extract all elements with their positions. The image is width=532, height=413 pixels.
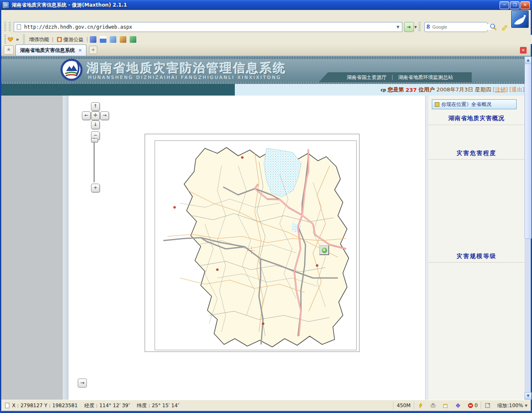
- zoom-slider[interactable]: [94, 138, 95, 182]
- map-marker-button[interactable]: +: [319, 245, 329, 255]
- google-logo-icon: 8: [426, 24, 430, 30]
- map-expand-arrow-button[interactable]: →: [78, 379, 87, 388]
- status-longitude: 经度：114° 12′ 39″: [81, 401, 133, 410]
- tabbar-close-icon[interactable]: ✕: [520, 47, 527, 54]
- page-scrollbar[interactable]: ▲ ▼: [525, 57, 531, 400]
- minimize-button[interactable]: ─: [500, 1, 509, 9]
- map-frame: +: [145, 134, 360, 352]
- breadcrumb: 你现在位置》全省概况: [432, 99, 517, 109]
- tab-star-icon[interactable]: ★: [4, 45, 14, 54]
- flash-filter-icon[interactable]: [414, 401, 427, 410]
- zoom-dropdown-icon[interactable]: ▼: [525, 404, 527, 408]
- highlight-button[interactable]: [499, 21, 511, 33]
- enhance-features-link[interactable]: 增强功能: [29, 36, 49, 43]
- green-plus-icon: +: [322, 248, 327, 253]
- menu-bar: [1, 10, 515, 19]
- close-button[interactable]: ✕: [520, 1, 530, 9]
- maxthon-charity-link[interactable]: 傲游公益: [57, 36, 84, 43]
- user-info-strip: cp 您是第 237 位用户 2008年7月3日 星期四 [注销] [退出]: [235, 84, 528, 96]
- cp-label: cp: [381, 88, 386, 92]
- status-bar: X：2798127 Y：19823581 经度：114° 12′ 39″ 纬度：…: [1, 400, 531, 411]
- overview-title: 湖南省地质灾害概况: [429, 115, 525, 125]
- go-dropdown-icon[interactable]: ▼: [414, 25, 417, 29]
- bookmarks-grip: [4, 34, 6, 44]
- tab-close-icon[interactable]: ✕: [78, 48, 82, 53]
- window-split-icon[interactable]: [100, 36, 106, 43]
- right-panel: 你现在位置》全省概况 湖南省地质灾害概况 灾害危害程度 灾害规模等级: [429, 96, 525, 400]
- table2-title: 灾害规模等级: [429, 253, 525, 263]
- maxthon-app-icon: 回: [2, 1, 10, 9]
- table1-title: 灾害危害程度: [429, 150, 525, 160]
- breadcrumb-text: 你现在位置》全省概况: [441, 101, 491, 108]
- search-input[interactable]: [431, 24, 492, 30]
- page-content: ↑ ← ✛ → ↓ − +: [1, 96, 525, 400]
- banner-links: 湖南省国土资源厅 | 湖南省地质环境监测总站: [328, 72, 472, 82]
- url-input[interactable]: [23, 24, 395, 30]
- browser-toolbar: ▼ ➔ ▼ 8 ▼: [1, 19, 511, 35]
- visitor-count: 237: [406, 87, 417, 93]
- page-icon: [16, 24, 22, 30]
- blocked-count: 0: [475, 403, 478, 408]
- notes-icon[interactable]: [110, 36, 116, 43]
- favorites-heart-icon[interactable]: [7, 37, 13, 42]
- window-title: 湖南省地质灾害信息系统 - 傲游(Maxthon) 2.1.1: [12, 2, 127, 9]
- site-title: 湖南省地质灾害防治管理信息系统: [87, 60, 286, 77]
- proxy-icon[interactable]: [427, 401, 439, 410]
- zoom-control[interactable]: 缩放:100% ▼: [494, 401, 531, 410]
- site-logo: [60, 59, 83, 81]
- messenger-icon[interactable]: [90, 36, 96, 43]
- maximize-button[interactable]: ❐: [510, 1, 520, 9]
- zoom-level: 缩放:100%: [497, 402, 523, 409]
- new-window-icon[interactable]: [439, 401, 452, 410]
- bookmarks-bar: » 增强功能 | 傲游公益 |: [1, 35, 532, 44]
- blocked-popup-counter[interactable]: 0: [464, 401, 481, 410]
- book-icon[interactable]: [452, 401, 464, 410]
- status-memory: 450M: [394, 401, 414, 410]
- pan-left-button[interactable]: ←: [82, 111, 91, 120]
- bookmarks-overflow-chevron[interactable]: »: [16, 37, 19, 42]
- location-icon: [435, 102, 439, 107]
- zoom-slider-thumb[interactable]: [91, 138, 98, 143]
- logout-link[interactable]: [注销]: [493, 86, 508, 93]
- go-button[interactable]: ➔: [404, 22, 414, 32]
- pan-center-button[interactable]: ✛: [91, 111, 100, 120]
- status-page-icon: [5, 403, 10, 408]
- toolbar-grip: [9, 22, 11, 32]
- scroll-down-icon[interactable]: ▼: [525, 392, 532, 400]
- new-tab-button[interactable]: ＋: [89, 46, 97, 54]
- exit-link[interactable]: [退出]: [510, 86, 525, 93]
- url-dropdown-icon[interactable]: ▼: [395, 25, 401, 29]
- charity-shield-icon: [57, 37, 62, 42]
- search-button[interactable]: [488, 21, 499, 33]
- link-land-resources-dept[interactable]: 湖南省国土资源厅: [342, 74, 392, 81]
- pan-up-button[interactable]: ↑: [91, 102, 100, 111]
- status-latitude: 纬度：25° 15′ 14″: [133, 401, 183, 410]
- brush-icon[interactable]: [120, 36, 126, 43]
- status-coordinates: X：2798127 Y：19823581: [12, 402, 78, 409]
- site-banner: 湖南省地质灾害防治管理信息系统 HUNANSHENG DIZHIZAIHAI F…: [1, 57, 525, 84]
- plugin-icon[interactable]: [130, 36, 136, 43]
- sidebar-divider[interactable]: [63, 96, 69, 400]
- maxthon-logo: [511, 10, 529, 28]
- main-nav: cp 您是第 237 位用户 2008年7月3日 星期四 [注销] [退出]: [1, 84, 525, 96]
- bookmarks-grip: [23, 34, 25, 44]
- pan-right-button[interactable]: →: [100, 111, 109, 120]
- visitor-label-suffix: 位用户: [419, 86, 435, 93]
- sidebar: [1, 96, 63, 400]
- resize-page-icon[interactable]: [481, 401, 494, 410]
- link-geo-environment-station[interactable]: 湖南省地质环境监测总站: [393, 74, 458, 81]
- scrollbar-thumb[interactable]: [525, 64, 532, 239]
- scroll-up-icon[interactable]: ▲: [525, 57, 532, 64]
- address-bar[interactable]: ▼: [14, 22, 402, 32]
- visitor-label: 您是第: [388, 86, 404, 93]
- toolbar-grip: [4, 22, 6, 32]
- site-subtitle: HUNANSHENG DIZHIZAIHAI FANGZHIGUANLI XIN…: [88, 75, 281, 80]
- map-panel: ↑ ← ✛ → ↓ − +: [69, 96, 425, 400]
- current-date: 2008年7月3日 星期四: [436, 86, 491, 93]
- pan-down-button[interactable]: ↓: [91, 120, 100, 129]
- search-box[interactable]: 8 ▼: [424, 22, 488, 32]
- application-window: 回 湖南省地质灾害信息系统 - 傲游(Maxthon) 2.1.1 ─ ❐ ✕ …: [0, 0, 532, 413]
- toolbar-grip: [419, 22, 421, 32]
- zoom-slider-plus-button[interactable]: +: [91, 184, 100, 192]
- tab-active[interactable]: 湖南省地质灾害信息系统 ✕: [15, 44, 86, 56]
